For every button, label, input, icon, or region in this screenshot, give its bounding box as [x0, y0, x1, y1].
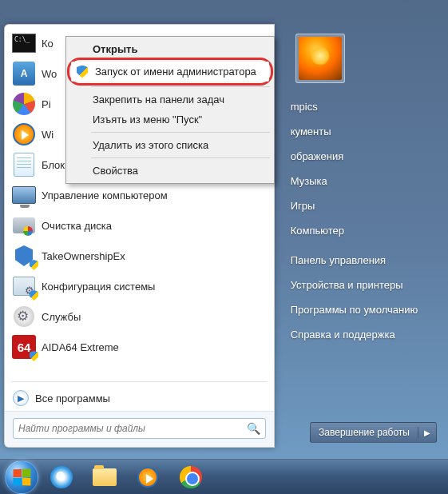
program-item-computer-management[interactable]: Управление компьютером	[6, 180, 272, 210]
taskbar-item-ie[interactable]	[42, 463, 81, 492]
uac-shield-icon	[30, 290, 38, 301]
search-box[interactable]: 🔍	[13, 418, 266, 439]
taskbar-item-chrome[interactable]	[171, 463, 211, 492]
context-item-remove-from-start[interactable]: Изъять из меню "Пуск"	[69, 110, 272, 129]
search-icon[interactable]: 🔍	[247, 422, 260, 435]
start-button[interactable]	[5, 460, 38, 494]
program-item-disk-cleanup[interactable]: Очистка диска	[6, 210, 272, 241]
context-label: Изъять из меню "Пуск"	[93, 114, 202, 125]
right-item-control-panel[interactable]: Панель управления	[286, 248, 434, 273]
arrow-right-icon: ▶	[13, 390, 29, 406]
context-separator	[91, 132, 270, 133]
ie-icon	[50, 466, 73, 488]
search-input[interactable]	[18, 423, 247, 434]
right-item-default-programs[interactable]: Программы по умолчанию	[286, 297, 434, 322]
right-item-pictures[interactable]: ображения	[286, 144, 434, 169]
shutdown-options-arrow-icon[interactable]: ▶	[418, 428, 436, 437]
context-label: Закрепить на панели задач	[93, 94, 224, 106]
uac-shield-icon	[30, 260, 38, 270]
taskbar	[0, 459, 448, 494]
program-label: AIDA64 Extreme	[42, 341, 119, 353]
right-item-help[interactable]: Справка и поддержка	[286, 322, 434, 347]
start-menu-right-panel: mpics кументы ображения Музыка Игры Комп…	[275, 24, 434, 448]
folder-icon	[93, 468, 117, 486]
context-item-remove-from-list[interactable]: Удалить из этого списка	[69, 135, 272, 155]
all-programs-label: Все программы	[35, 392, 110, 404]
taskbar-item-media-player[interactable]	[128, 463, 168, 492]
context-separator	[91, 86, 270, 87]
right-item-devices-printers[interactable]: Устройства и принтеры	[286, 273, 434, 297]
program-label: Конфигурация системы	[42, 281, 155, 293]
picasa-icon	[11, 91, 37, 117]
context-item-properties[interactable]: Свойства	[69, 161, 272, 181]
program-label: Управление компьютером	[42, 189, 168, 201]
takeownership-icon	[11, 243, 37, 269]
right-item[interactable]: mpics	[286, 94, 434, 119]
notepad-icon	[11, 152, 37, 177]
program-label: TakeOwnershipEx	[42, 250, 125, 262]
program-label: Ко	[42, 38, 54, 50]
shutdown-label[interactable]: Завершение работы	[311, 427, 418, 438]
windows-logo-icon	[14, 468, 31, 485]
program-label: Pi	[42, 98, 51, 110]
computer-management-icon	[11, 182, 37, 208]
program-item-services[interactable]: Службы	[6, 301, 272, 332]
uac-shield-icon	[30, 351, 38, 361]
program-label: Wo	[42, 68, 57, 80]
program-label: Службы	[42, 311, 81, 323]
context-separator	[91, 157, 270, 158]
context-item-open[interactable]: Открыть	[69, 39, 272, 59]
word-icon: A	[11, 61, 37, 86]
msconfig-icon	[11, 273, 37, 299]
program-item-msconfig[interactable]: Конфигурация системы	[6, 271, 272, 301]
right-item-computer[interactable]: Компьютер	[286, 218, 434, 243]
context-label: Запуск от имени администратора	[95, 66, 256, 78]
disk-cleanup-icon	[11, 213, 37, 238]
media-player-icon	[11, 122, 37, 147]
right-item-music[interactable]: Музыка	[286, 169, 434, 193]
uac-shield-icon	[76, 66, 89, 78]
context-item-pin-taskbar[interactable]: Закрепить на панели задач	[69, 90, 272, 110]
program-item-takeownership[interactable]: TakeOwnershipEx	[6, 241, 272, 271]
program-label: Очистка диска	[42, 220, 112, 232]
context-label: Свойства	[93, 165, 138, 177]
annotation-highlight: Запуск от имени администратора	[67, 58, 273, 86]
search-row: 🔍	[5, 411, 274, 447]
divider	[11, 381, 268, 382]
media-player-icon	[137, 467, 158, 488]
context-label: Удалить из этого списка	[93, 139, 208, 151]
user-picture-frame[interactable]	[295, 34, 345, 83]
context-menu: Открыть Запуск от имени администратора З…	[65, 36, 275, 184]
all-programs-button[interactable]: ▶ Все программы	[5, 385, 274, 411]
taskbar-item-explorer[interactable]	[85, 463, 125, 492]
context-label: Открыть	[93, 43, 137, 55]
right-item-documents[interactable]: кументы	[286, 119, 434, 144]
context-item-run-as-admin[interactable]: Запуск от имени администратора	[71, 62, 269, 82]
cmd-icon	[11, 30, 37, 56]
aida64-icon: 64	[11, 334, 37, 360]
chrome-icon	[180, 466, 202, 488]
program-label: Wi	[42, 129, 54, 141]
user-picture-icon	[299, 37, 342, 80]
services-icon	[11, 304, 37, 329]
shutdown-button[interactable]: Завершение работы ▶	[310, 422, 437, 443]
right-item-games[interactable]: Игры	[286, 193, 434, 218]
program-item-aida64[interactable]: 64 AIDA64 Extreme	[6, 332, 272, 362]
